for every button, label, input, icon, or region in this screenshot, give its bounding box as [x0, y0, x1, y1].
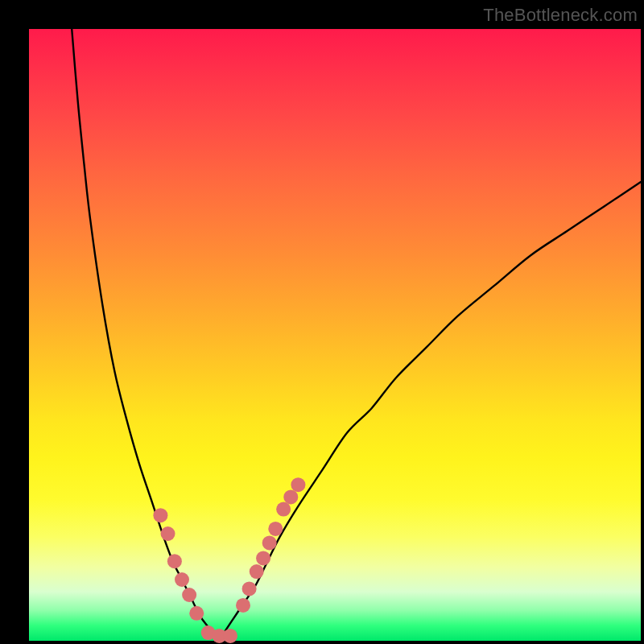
chart-svg — [29, 29, 641, 641]
highlight-dot — [182, 588, 196, 602]
watermark-text: TheBottleneck.com — [483, 5, 638, 26]
highlight-dot — [291, 477, 305, 492]
highlight-dot — [189, 606, 204, 621]
highlight-dot — [256, 551, 270, 565]
curve-left — [72, 29, 218, 641]
plot-area — [29, 29, 641, 641]
highlight-dot — [268, 522, 283, 536]
highlight-dot — [223, 629, 237, 643]
highlight-dot — [161, 526, 175, 541]
highlight-dot — [236, 598, 250, 613]
highlight-dot — [153, 508, 167, 522]
chart-frame: TheBottleneck.com — [0, 0, 644, 644]
highlight-dot — [250, 564, 264, 579]
highlight-dot — [175, 572, 189, 587]
highlight-dot — [283, 489, 298, 504]
highlight-dot — [242, 581, 257, 596]
highlight-dots-group — [153, 477, 305, 643]
highlight-dot — [262, 535, 277, 550]
highlight-dot — [276, 502, 291, 517]
curve-right — [219, 182, 641, 641]
highlight-dot — [167, 554, 182, 568]
